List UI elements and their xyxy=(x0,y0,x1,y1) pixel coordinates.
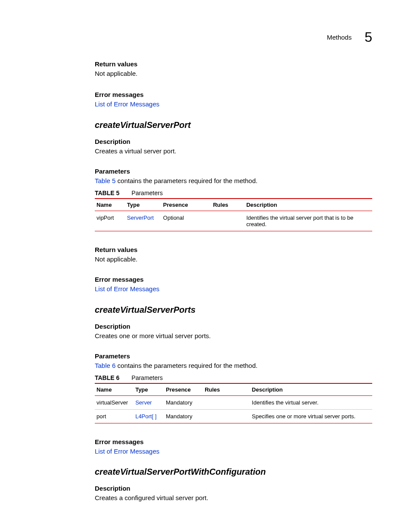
cell-desc: Identifies the virtual server port that … xyxy=(245,211,372,231)
col-type: Type xyxy=(125,199,162,211)
error-messages-link[interactable]: List of Error Messages xyxy=(95,448,159,455)
cell-desc: Specifies one or more virtual server por… xyxy=(250,410,372,423)
description-text: Creates a virtual server port. xyxy=(95,147,372,156)
col-description: Description xyxy=(245,199,372,211)
method-title-createVirtualServerPort: createVirtualServerPort xyxy=(95,120,372,130)
content: Return values Not applicable. Error mess… xyxy=(95,60,372,503)
table-6-title: Parameters xyxy=(131,374,162,381)
page-header: Methods 5 xyxy=(327,29,372,45)
return-values-text: Not applicable. xyxy=(95,69,372,78)
table-5-title: Parameters xyxy=(131,190,162,196)
return-values-heading: Return values xyxy=(95,60,372,68)
cell-desc: Identifies the virtual server. xyxy=(250,396,372,410)
parameters-intro: Table 6 contains the parameters required… xyxy=(95,361,372,370)
col-rules: Rules xyxy=(211,199,244,211)
error-messages-block: Error messages List of Error Messages xyxy=(95,91,372,109)
parameters-intro-text: contains the parameters required for the… xyxy=(115,362,257,369)
return-values-text: Not applicable. xyxy=(95,255,372,264)
col-presence: Presence xyxy=(164,383,203,396)
table-row: vipPort ServerPort Optional Identifies t… xyxy=(95,211,372,231)
method-title-createVirtualServerPortWithConfiguration: createVirtualServerPortWithConfiguration xyxy=(95,467,372,477)
table-row: virtualServer Server Mandatory Identifie… xyxy=(95,396,372,410)
error-messages-heading: Error messages xyxy=(95,91,372,98)
cell-name: vipPort xyxy=(95,211,125,231)
description-heading: Description xyxy=(95,485,372,492)
table-header-row: Name Type Presence Rules Description xyxy=(95,383,372,396)
parameters-intro: Table 5 contains the parameters required… xyxy=(95,177,372,185)
description-heading: Description xyxy=(95,323,372,330)
table-5-caption: TABLE 5Parameters xyxy=(95,190,372,196)
parameters-heading: Parameters xyxy=(95,168,372,175)
cell-rules xyxy=(211,211,244,231)
cell-rules xyxy=(203,396,250,410)
description-text: Creates a configured virtual server port… xyxy=(95,494,372,502)
table-6: Name Type Presence Rules Description vir… xyxy=(95,383,372,423)
table-6-link[interactable]: Table 6 xyxy=(95,362,115,369)
page: Methods 5 Return values Not applicable. … xyxy=(0,0,411,532)
error-messages-link[interactable]: List of Error Messages xyxy=(95,100,159,108)
col-type: Type xyxy=(134,383,164,396)
table-6-caption: TABLE 6Parameters xyxy=(95,374,372,381)
return-values-heading: Return values xyxy=(95,246,372,253)
table-5-label: TABLE 5 xyxy=(95,190,119,196)
method-title-createVirtualServerPorts: createVirtualServerPorts xyxy=(95,305,372,315)
table-row: port L4Port[ ] Mandatory Specifies one o… xyxy=(95,410,372,423)
col-rules: Rules xyxy=(203,383,250,396)
cell-name: virtualServer xyxy=(95,396,134,410)
cell-type-link[interactable]: L4Port[ ] xyxy=(135,413,156,420)
parameters-heading: Parameters xyxy=(95,352,372,360)
col-presence: Presence xyxy=(162,199,212,211)
table-6-label: TABLE 6 xyxy=(95,374,119,381)
cell-presence: Mandatory xyxy=(164,410,203,423)
error-messages-heading: Error messages xyxy=(95,276,372,283)
return-values-block: Return values Not applicable. xyxy=(95,60,372,78)
error-messages-heading: Error messages xyxy=(95,438,372,445)
cell-presence: Optional xyxy=(162,211,212,231)
description-text: Creates one or more virtual server ports… xyxy=(95,332,372,340)
col-name: Name xyxy=(95,383,134,396)
cell-type-link[interactable]: Server xyxy=(135,399,152,406)
col-description: Description xyxy=(250,383,372,396)
chapter-number: 5 xyxy=(364,29,372,45)
cell-presence: Mandatory xyxy=(164,396,203,410)
cell-name: port xyxy=(95,410,134,423)
header-section-label: Methods xyxy=(327,34,352,41)
table-5: Name Type Presence Rules Description vip… xyxy=(95,198,372,231)
error-messages-link[interactable]: List of Error Messages xyxy=(95,285,159,292)
cell-type-link[interactable]: ServerPort xyxy=(127,215,154,221)
col-name: Name xyxy=(95,199,125,211)
description-heading: Description xyxy=(95,138,372,145)
table-header-row: Name Type Presence Rules Description xyxy=(95,199,372,211)
parameters-intro-text: contains the parameters required for the… xyxy=(115,177,257,184)
cell-rules xyxy=(203,410,250,423)
table-5-link[interactable]: Table 5 xyxy=(95,177,115,184)
